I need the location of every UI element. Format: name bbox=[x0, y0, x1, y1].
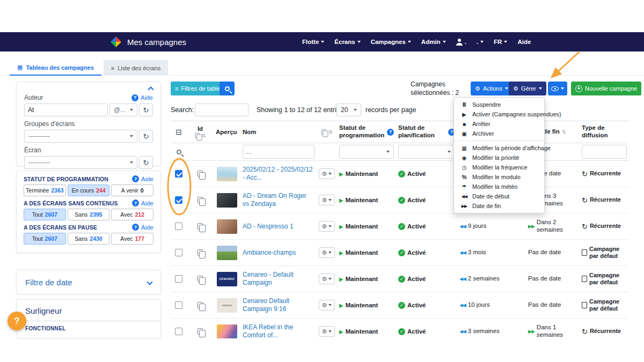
nav-item-lang[interactable]: FR bbox=[494, 39, 507, 45]
actions-button[interactable]: ⚙ Actions bbox=[471, 82, 513, 95]
campaign-thumbnail[interactable] bbox=[217, 324, 237, 339]
new-campaign-button[interactable]: + Nouvelle campagne bbox=[571, 82, 641, 95]
campaign-name-link[interactable]: Cenareo Default Campaign 9:16 bbox=[243, 297, 314, 313]
row-checkbox[interactable] bbox=[175, 275, 182, 283]
menu-item-date-fin[interactable]: ▶▶Date de fin bbox=[454, 201, 544, 211]
filter-button-tout[interactable]: Tout2607 bbox=[24, 209, 66, 220]
row-settings-dropdown[interactable]: ⚙ bbox=[319, 274, 335, 284]
table-filters-button[interactable]: ≡ Filtres de table bbox=[171, 82, 224, 95]
copy-icon[interactable] bbox=[195, 132, 200, 138]
row-checkbox[interactable] bbox=[175, 196, 182, 204]
sort-icon[interactable]: ⇅ bbox=[562, 129, 566, 135]
filter-button-sans[interactable]: Sans2430 bbox=[68, 233, 110, 245]
filter-button-avec[interactable]: Avec177 bbox=[111, 233, 153, 245]
menu-item-archiver[interactable]: ▣Archiver bbox=[454, 129, 544, 138]
col-type-diffusion[interactable]: Type de diffusion bbox=[582, 124, 627, 139]
nom-filter-input[interactable] bbox=[243, 145, 314, 159]
nav-item-ecrans[interactable]: Écrans bbox=[334, 39, 360, 45]
col-nom[interactable]: Nom bbox=[243, 129, 257, 135]
campaign-thumbnail[interactable] bbox=[217, 219, 237, 234]
question-icon[interactable]: ? bbox=[387, 129, 394, 136]
menu-item-date-debut[interactable]: ◀◀Date de début bbox=[454, 191, 544, 201]
filter-button-a-venir[interactable]: A venir0 bbox=[111, 184, 153, 196]
filter-button-terminée[interactable]: Terminée2363 bbox=[24, 184, 66, 196]
col-id[interactable]: Id bbox=[197, 125, 203, 132]
nav-item-campagnes[interactable]: Campagnes bbox=[371, 39, 411, 45]
campaign-name-link[interactable]: IKEA Rebel in the Comfort of... bbox=[243, 323, 314, 338]
row-settings-dropdown[interactable]: ⚙ bbox=[319, 300, 335, 311]
copy-id-icon[interactable] bbox=[197, 171, 203, 177]
filter-button-tout[interactable]: Tout2607 bbox=[24, 233, 66, 245]
campaign-name-link[interactable]: Cenareo - Default Campaign bbox=[243, 271, 314, 287]
col-statut-programmation[interactable]: Statut de programmation bbox=[339, 124, 385, 139]
help-bubble-button[interactable]: ? bbox=[8, 312, 26, 330]
type-filter-input[interactable] bbox=[582, 145, 627, 159]
filter-button-en-cours[interactable]: En cours244 bbox=[68, 184, 110, 196]
tab-tableau-des-campagnes[interactable]: ▦ Tableau des campagnes bbox=[10, 60, 101, 76]
nav-item-aide[interactable]: Aide bbox=[517, 39, 531, 45]
row-checkbox[interactable] bbox=[175, 328, 182, 335]
nav-item-admin[interactable]: Admin bbox=[421, 39, 446, 45]
tab-liste-des-ecrans[interactable]: ≡ Liste des écrans bbox=[104, 60, 169, 76]
aide-link[interactable]: ?Aide bbox=[132, 200, 153, 206]
campaign-name-link[interactable]: AD - Nespresso 1 bbox=[243, 223, 294, 231]
row-settings-dropdown[interactable]: ⚙ bbox=[319, 221, 335, 232]
nav-item-flotte[interactable]: Flotte bbox=[302, 39, 324, 45]
visibility-dropdown-button[interactable] bbox=[548, 82, 567, 95]
row-checkbox[interactable] bbox=[175, 301, 182, 309]
copy-id-icon[interactable] bbox=[197, 223, 203, 230]
menu-item-suspendre[interactable]: ⅡSuspendre bbox=[454, 100, 544, 109]
campaign-name-link[interactable]: 2025/02/12 - 2025/02/12 - Acc... bbox=[243, 166, 314, 182]
row-settings-dropdown[interactable]: ⚙ bbox=[319, 247, 335, 258]
menu-item-meteo[interactable]: ☂Modifier la météo bbox=[454, 182, 544, 191]
copy-id-icon[interactable] bbox=[197, 249, 203, 256]
campaign-thumbnail[interactable]: CENAREO bbox=[217, 272, 237, 286]
col-statut-planification[interactable]: Statut de planification bbox=[398, 124, 446, 139]
campaign-thumbnail[interactable] bbox=[217, 167, 237, 181]
menu-item-modulo[interactable]: %Modifier le modulo bbox=[454, 172, 544, 182]
gerer-button[interactable]: ⚙ Gérer bbox=[509, 82, 546, 95]
author-input[interactable] bbox=[24, 104, 108, 116]
screen-select[interactable]: ---------- bbox=[24, 156, 137, 169]
campaign-name-link[interactable]: Ambiance-champs bbox=[243, 249, 296, 257]
select-all-checkbox[interactable]: ⊟ bbox=[175, 128, 182, 136]
filter-button-sans[interactable]: Sans2395 bbox=[68, 209, 110, 220]
campaign-thumbnail[interactable] bbox=[217, 246, 237, 260]
copy-id-icon[interactable] bbox=[197, 197, 203, 203]
page-size-select[interactable]: 20 bbox=[336, 104, 361, 116]
aide-link[interactable]: ?Aide bbox=[132, 224, 153, 231]
row-settings-dropdown[interactable]: ⚙ bbox=[319, 195, 335, 205]
menu-item-priorite[interactable]: ◉Modifier la priorité bbox=[454, 153, 544, 162]
campaign-thumbnail[interactable]: cenareo bbox=[217, 298, 237, 313]
menu-item-frequence[interactable]: ◷Modifier la fréquence bbox=[454, 162, 544, 172]
sort-icon[interactable]: ⇅ bbox=[328, 129, 333, 135]
refresh-button[interactable]: ↻ bbox=[139, 130, 153, 143]
nav-item-account[interactable]: . bbox=[477, 39, 484, 45]
aide-link[interactable]: ? Aide bbox=[131, 94, 153, 101]
menu-item-arreter[interactable]: ■Arrêter bbox=[454, 119, 544, 129]
search-input[interactable] bbox=[195, 104, 248, 116]
copy-id-icon[interactable] bbox=[197, 276, 203, 282]
row-checkbox[interactable] bbox=[175, 249, 182, 256]
search-button[interactable] bbox=[219, 82, 235, 95]
screen-groups-select[interactable]: ---------- bbox=[24, 130, 137, 143]
date-filter-card[interactable]: Filtre de date bbox=[16, 270, 161, 294]
chevron-up-icon[interactable] bbox=[148, 86, 153, 92]
campaign-thumbnail[interactable] bbox=[217, 193, 237, 208]
row-settings-dropdown[interactable]: ⚙ bbox=[319, 326, 335, 337]
chevron-down-icon[interactable] bbox=[147, 279, 152, 285]
campaign-name-link[interactable]: AD - Dream On Roger vs Zendaya bbox=[243, 192, 314, 208]
refresh-button[interactable]: ↻ bbox=[139, 156, 153, 169]
row-checkbox[interactable] bbox=[175, 223, 182, 230]
plan-filter-select[interactable] bbox=[398, 145, 455, 159]
menu-item-periode[interactable]: ▦Modifier la période d'affichage bbox=[454, 143, 544, 153]
row-settings-dropdown[interactable]: ⚙ bbox=[319, 168, 335, 179]
author-at-select[interactable]: @... bbox=[109, 104, 137, 116]
prog-filter-select[interactable] bbox=[339, 145, 394, 159]
aide-link[interactable]: ?Aide bbox=[132, 175, 153, 182]
menu-item-activer[interactable]: ▶Activer (Campagnes suspendues) bbox=[454, 109, 544, 119]
refresh-button[interactable]: ↻ bbox=[139, 104, 153, 116]
filter-button-avec[interactable]: Avec212 bbox=[111, 209, 153, 220]
nav-item-user[interactable]: . bbox=[456, 39, 466, 46]
sort-icon[interactable]: ⇅ bbox=[202, 133, 206, 138]
